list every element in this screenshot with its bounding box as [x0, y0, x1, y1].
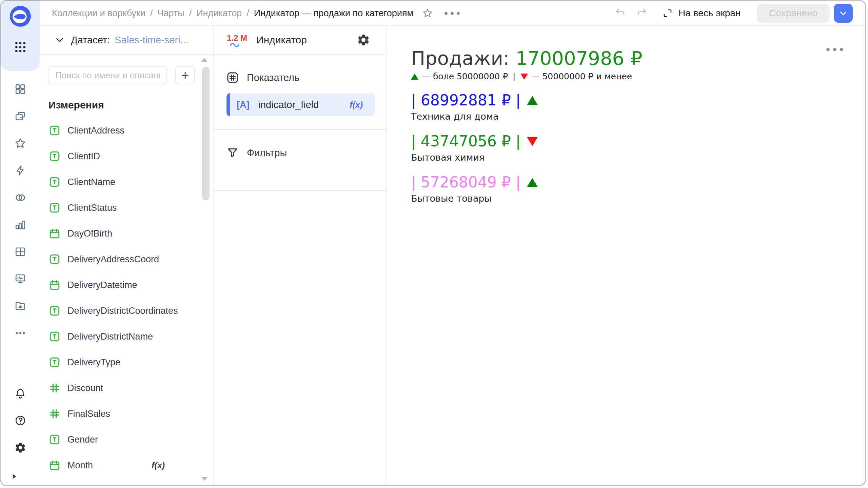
rail-bottom-icons [1, 380, 40, 485]
fullscreen-button[interactable]: На весь экран [662, 8, 741, 19]
date-field-icon [48, 279, 61, 291]
datalens-logo[interactable] [9, 5, 32, 27]
breadcrumb-separator: / [246, 8, 249, 19]
triangle-up-icon [527, 96, 538, 105]
filters-section: Фильтры [214, 130, 387, 191]
page-title: Индикатор — продажи по категориям [254, 8, 413, 19]
main-column: Коллекции и воркбуки / Чарты / Индикатор… [40, 1, 865, 485]
gear-icon[interactable] [1, 434, 40, 461]
table-icon[interactable] [1, 238, 40, 265]
scroll-down-arrow[interactable] [201, 477, 208, 481]
field-row[interactable]: DeliveryAddressCoord [40, 246, 213, 272]
text-field-icon [48, 305, 61, 317]
favorite-star-icon[interactable] [422, 8, 433, 19]
field-row[interactable]: DeliveryDistrictCoordinates [40, 298, 213, 324]
indicator-value: | 57268049 ₽ | [411, 174, 865, 191]
field-row[interactable]: FinalSales [40, 401, 213, 427]
number-field-icon [48, 408, 61, 420]
redo-icon[interactable] [636, 7, 647, 19]
dataset-name-link[interactable]: Sales-time-seri... [115, 35, 189, 46]
more-menu-icon[interactable] [445, 12, 460, 15]
indicator-item: | 68992881 ₽ | Техника для дома [411, 92, 865, 122]
scroll-up-arrow[interactable] [201, 58, 208, 62]
row-count-value: 1.2 M [227, 33, 247, 43]
question-circle-icon[interactable] [1, 407, 40, 434]
dataset-panel: Датасет: Sales-time-seri... + Измерения … [40, 26, 214, 485]
apps-grid-icon[interactable] [11, 38, 30, 57]
app-window: Коллекции и воркбуки / Чарты / Индикатор… [0, 0, 866, 486]
save-button[interactable]: Сохранено [757, 4, 830, 23]
dataset-label: Датасет: [71, 35, 110, 46]
add-field-button[interactable]: + [175, 66, 195, 84]
field-row[interactable]: OrderDate [40, 478, 213, 485]
field-row[interactable]: Gender [40, 427, 213, 452]
indicator-item: | 43747056 ₽ | Бытовая химия [411, 133, 865, 163]
field-row[interactable]: DeliveryDistrictName [40, 324, 213, 349]
indicator-title-value: 170007986 ₽ [515, 47, 642, 69]
lightning-icon[interactable] [1, 157, 40, 184]
stacked-folders-icon[interactable] [1, 103, 40, 130]
legend-separator: | [513, 72, 515, 81]
search-input[interactable] [48, 66, 167, 84]
text-field-icon [48, 433, 61, 446]
triangle-down-icon [520, 74, 528, 80]
left-nav-rail [1, 1, 40, 485]
field-row[interactable]: ClientName [40, 169, 213, 195]
text-field-icon [48, 150, 61, 162]
measure-field-name: indicator_field [258, 99, 319, 110]
indicator-title-label: Продажи: [411, 47, 510, 69]
field-name: FinalSales [67, 409, 110, 419]
two-circles-icon[interactable] [1, 184, 40, 211]
breadcrumb: Коллекции и воркбуки / Чарты / Индикатор… [52, 8, 413, 19]
indicator-value-text: | 68992881 ₽ | [411, 92, 521, 109]
date-field-icon [48, 459, 61, 471]
ellipsis-icon[interactable] [1, 320, 40, 347]
scrollbar-thumb[interactable] [202, 67, 210, 200]
measure-section-header: Показатель [226, 71, 375, 84]
field-row[interactable]: DayOfBirth [40, 221, 213, 246]
field-row[interactable]: ClientID [40, 143, 213, 169]
field-row[interactable]: ClientAddress [40, 118, 213, 143]
field-row[interactable]: ClientStatus [40, 195, 213, 221]
fullscreen-label: На весь экран [678, 8, 741, 19]
measure-field-pill[interactable]: [A] indicator_field f(x) [226, 93, 375, 116]
filters-section-header: Фильтры [226, 146, 375, 160]
triangle-up-icon [527, 178, 538, 187]
field-name: Gender [67, 434, 98, 445]
breadcrumb-charts[interactable]: Чарты [157, 8, 184, 19]
undo-icon[interactable] [615, 7, 626, 19]
field-row[interactable]: Discount [40, 375, 213, 401]
formula-icon: f(x) [152, 461, 165, 470]
bell-icon[interactable] [1, 380, 40, 407]
fullscreen-icon [662, 8, 673, 19]
field-name: DeliveryDistrictName [67, 331, 153, 342]
indicator-title: Продажи: 170007986 ₽ [411, 46, 865, 70]
formula-icon: f(x) [350, 100, 363, 110]
measure-section: Показатель [A] indicator_field f(x) [214, 55, 387, 130]
triangle-down-icon [527, 137, 538, 146]
star-icon[interactable] [1, 130, 40, 157]
save-menu-button[interactable] [834, 4, 853, 23]
chart-settings-gear-icon[interactable] [357, 33, 370, 47]
monitor-pulse-icon[interactable] [1, 265, 40, 292]
expand-triangle-icon[interactable] [9, 471, 19, 482]
bar-chart-icon[interactable] [1, 211, 40, 238]
chevron-down-icon [838, 8, 848, 18]
chart-config-panel: 1.2 M Индикатор [214, 26, 387, 485]
folder-icon[interactable] [1, 292, 40, 320]
breadcrumb-indicator[interactable]: Индикатор [196, 8, 242, 19]
indicator-value-text: | 57268049 ₽ | [411, 174, 521, 191]
rail-logo-area [1, 1, 40, 71]
triangle-up-icon [411, 74, 418, 80]
breadcrumb-collections[interactable]: Коллекции и воркбуки [52, 8, 145, 19]
text-field-icon [48, 253, 61, 265]
grid-2x2-icon[interactable] [1, 76, 40, 103]
indicator-value: | 43747056 ₽ | [411, 133, 865, 150]
field-row[interactable]: DeliveryType [40, 349, 213, 375]
field-row[interactable]: DeliveryDatetime [40, 272, 213, 298]
field-row[interactable]: Month f(x) [40, 452, 213, 478]
chart-more-menu-icon[interactable] [826, 48, 843, 51]
field-name: Month [67, 460, 93, 471]
chevron-down-icon[interactable] [55, 35, 65, 45]
string-brackets-icon: [A] [237, 100, 249, 110]
